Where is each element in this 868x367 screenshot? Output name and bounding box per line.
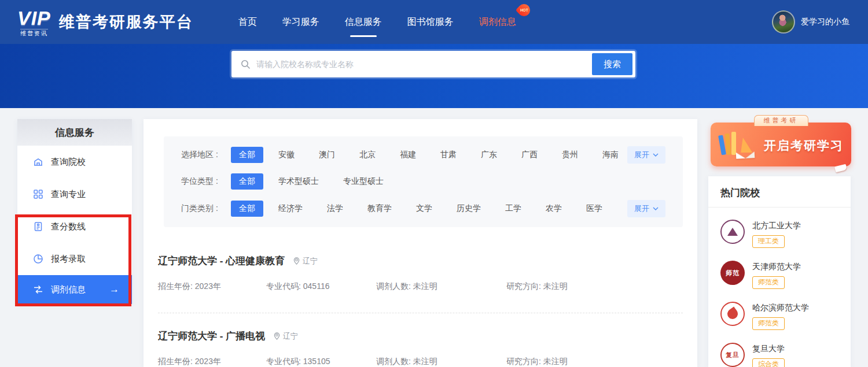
filter-option[interactable]: 农学 [546, 203, 562, 214]
nav-item-transfer-info[interactable]: 调剂信息 HOT [479, 16, 516, 28]
hero-band: 搜索 [0, 44, 868, 108]
university-name[interactable]: 天津师范大学 [752, 261, 801, 272]
filter-option[interactable]: 文学 [416, 203, 432, 214]
sidebar-item-label: 报考录取 [51, 254, 86, 265]
search-icon [241, 60, 251, 69]
listing-meta: 招生年份: 2023年 专业代码: 135105 调剂人数: 未注明 研究方向:… [158, 357, 683, 367]
filter-option[interactable]: 贵州 [562, 150, 578, 160]
sidebar-item-label: 调剂信息 [51, 284, 86, 295]
user-menu[interactable]: 爱学习的小鱼 [772, 10, 849, 34]
sidebar-item-query-schools[interactable]: 查询院校 [17, 146, 132, 178]
filter-option[interactable]: 广东 [481, 150, 497, 160]
nav-item-learning-services[interactable]: 学习服务 [282, 16, 319, 28]
search-button[interactable]: 搜索 [592, 53, 632, 75]
filter-option[interactable]: 福建 [400, 150, 416, 160]
arrow-right-icon: → [109, 284, 119, 295]
filter-option[interactable]: 安徽 [278, 150, 295, 160]
filter-option[interactable]: 医学 [586, 203, 602, 214]
university-category-tag: 师范类 [752, 317, 785, 330]
listing-title[interactable]: 辽宁师范大学 - 心理健康教育 [158, 254, 285, 268]
nav-item-home[interactable]: 首页 [238, 16, 257, 28]
university-seal-icon [720, 220, 745, 244]
listing-location: 辽宁 [273, 331, 298, 342]
hot-flame-icon: HOT [515, 1, 532, 18]
filter-options: 经济学 法学 教育学 文学 历史学 工学 农学 医学 [278, 203, 602, 214]
study-promo-banner[interactable]: 维普考研 开启考研学习 [711, 123, 851, 166]
filter-option[interactable]: 经济学 [278, 203, 303, 214]
university-seal-icon [720, 302, 745, 326]
expand-button[interactable]: 展开 [627, 200, 665, 217]
listing-item: 辽宁师范大学 - 心理健康教育 辽宁 招生年份: 2023年 专业代码: 045… [158, 251, 683, 313]
listing-item: 辽宁师范大学 - 广播电视 辽宁 招生年份: 2023年 专业代码: 13510… [158, 313, 683, 367]
filter-option[interactable]: 海南 [602, 150, 619, 160]
hot-universities-card: 热门院校 北方工业大学 理工类 师范 天津师范大学 师范类 哈 [708, 176, 851, 367]
university-seal-icon: 复旦 [720, 343, 745, 367]
expand-button[interactable]: 展开 [627, 146, 665, 164]
user-name: 爱学习的小鱼 [801, 17, 849, 27]
filter-options: 学术型硕士 专业型硕士 [278, 176, 384, 187]
university-item-tjnu[interactable]: 师范 天津师范大学 师范类 [720, 261, 838, 289]
expand-label: 展开 [634, 203, 649, 214]
filter-option[interactable]: 法学 [327, 203, 343, 214]
university-seal-icon: 师范 [720, 261, 745, 285]
filter-option[interactable]: 专业型硕士 [343, 176, 384, 187]
university-category-tag: 理工类 [752, 235, 785, 248]
filter-row-degree-type: 学位类型 : 全部 学术型硕士 专业型硕士 [181, 173, 665, 190]
university-list: 北方工业大学 理工类 师范 天津师范大学 师范类 哈尔滨师范大学 师范类 [708, 207, 851, 367]
logo[interactable]: VIP 维普资讯 维普考研服务平台 [17, 8, 193, 36]
corner-book-icon [834, 164, 847, 173]
university-item-hrbnu[interactable]: 哈尔滨师范大学 师范类 [720, 302, 838, 330]
pie-chart-icon [33, 254, 43, 264]
books-illustration-icon [719, 129, 759, 160]
filter-option[interactable]: 历史学 [457, 203, 481, 214]
university-item-fudan[interactable]: 复旦 复旦大学 综合类 [720, 343, 838, 367]
filter-all-chip[interactable]: 全部 [231, 201, 263, 217]
logo-mark-text: VIP [17, 8, 51, 28]
search-input[interactable] [256, 60, 586, 69]
filter-option[interactable]: 广西 [521, 150, 538, 160]
user-avatar[interactable] [772, 10, 795, 34]
sidebar-item-admission[interactable]: 报考录取 [17, 243, 132, 275]
banner-title: 开启考研学习 [764, 138, 844, 154]
sidebar-item-query-majors[interactable]: 查询专业 [17, 178, 132, 210]
filter-row-region: 选择地区 : 全部 安徽 澳门 北京 福建 甘肃 广东 广西 贵州 海南 展开 [181, 146, 665, 164]
listings: 辽宁师范大学 - 心理健康教育 辽宁 招生年份: 2023年 专业代码: 045… [158, 251, 683, 367]
site-title: 维普考研服务平台 [59, 12, 193, 32]
filter-option[interactable]: 北京 [359, 150, 376, 160]
sidebar-item-label: 查询专业 [51, 189, 86, 200]
listing-location-label: 辽宁 [283, 331, 298, 342]
header: VIP 维普资讯 维普考研服务平台 首页 学习服务 信息服务 图书馆服务 调剂信… [0, 0, 868, 44]
filter-option[interactable]: 甘肃 [440, 150, 457, 160]
score-sheet-icon [33, 221, 43, 232]
filter-option[interactable]: 工学 [505, 203, 521, 214]
page: VIP 维普资讯 维普考研服务平台 首页 学习服务 信息服务 图书馆服务 调剂信… [0, 0, 868, 367]
nav-item-library-services[interactable]: 图书馆服务 [407, 16, 454, 28]
transfer-icon [33, 284, 43, 295]
nav-item-information-services[interactable]: 信息服务 [345, 16, 382, 28]
university-name[interactable]: 北方工业大学 [752, 220, 801, 231]
university-name[interactable]: 复旦大学 [752, 343, 785, 354]
university-name[interactable]: 哈尔滨师范大学 [752, 302, 809, 313]
expand-label: 展开 [634, 150, 649, 160]
sidebar-title: 信息服务 [17, 119, 132, 146]
main-content-card: 选择地区 : 全部 安徽 澳门 北京 福建 甘肃 广东 广西 贵州 海南 展开 [144, 119, 697, 367]
hot-universities-title: 热门院校 [708, 176, 851, 207]
listing-title[interactable]: 辽宁师范大学 - 广播电视 [158, 329, 265, 343]
listing-meta: 招生年份: 2023年 专业代码: 045116 调剂人数: 未注明 研究方向:… [158, 281, 683, 292]
university-item-ncut[interactable]: 北方工业大学 理工类 [720, 220, 838, 248]
filter-label: 学位类型 : [181, 176, 231, 187]
filter-option[interactable]: 教育学 [367, 203, 392, 214]
banner-tab-label: 维普考研 [754, 115, 808, 126]
filter-option[interactable]: 澳门 [319, 150, 335, 160]
filter-all-chip[interactable]: 全部 [231, 147, 263, 163]
logo-subtext: 维普资讯 [20, 29, 48, 36]
sidebar-info-services: 信息服务 查询院校 查询专业 [17, 119, 132, 304]
sidebar-item-transfer-info[interactable]: 调剂信息 → [17, 275, 132, 304]
filter-panel: 选择地区 : 全部 安徽 澳门 北京 福建 甘肃 广东 广西 贵州 海南 展开 [164, 136, 683, 227]
location-pin-icon [293, 257, 300, 265]
main-nav: 首页 学习服务 信息服务 图书馆服务 调剂信息 HOT [238, 16, 516, 28]
filter-options: 安徽 澳门 北京 福建 甘肃 广东 广西 贵州 海南 [278, 150, 619, 160]
filter-all-chip[interactable]: 全部 [231, 173, 263, 190]
sidebar-item-score-lines[interactable]: 查分数线 [17, 210, 132, 243]
filter-option[interactable]: 学术型硕士 [278, 176, 319, 187]
